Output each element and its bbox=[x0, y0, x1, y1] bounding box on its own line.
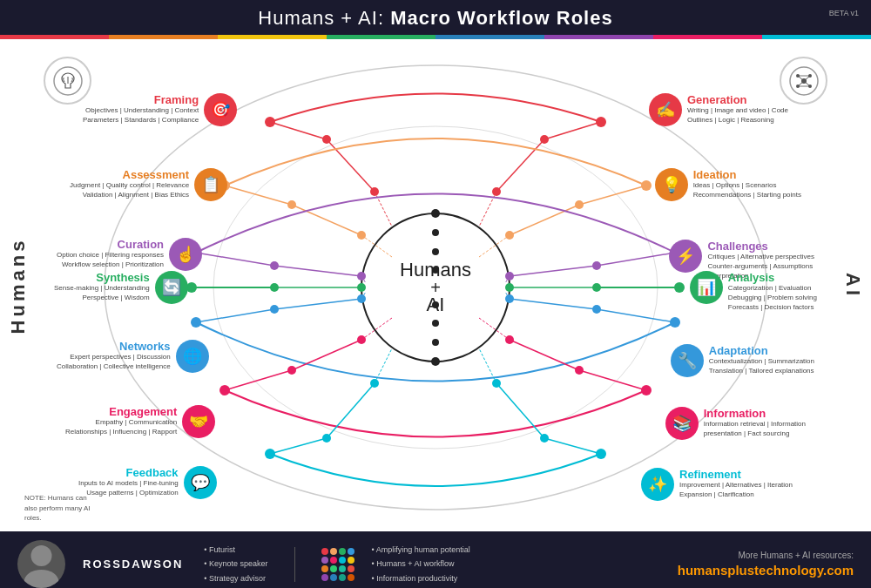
svg-line-87 bbox=[292, 340, 361, 370]
curation-text: Curation Option choice | Filtering respo… bbox=[57, 238, 164, 270]
svg-line-101 bbox=[544, 438, 601, 454]
svg-line-39 bbox=[292, 205, 361, 235]
engagement-label: Engagement bbox=[65, 405, 177, 418]
svg-line-53 bbox=[597, 253, 675, 266]
svg-line-29 bbox=[544, 122, 601, 139]
curation-role: ☝️ Curation Option choice | Filtering re… bbox=[57, 238, 202, 271]
information-label: Information bbox=[704, 407, 806, 420]
svg-line-51 bbox=[274, 266, 361, 276]
ideation-icon: 💡 bbox=[655, 168, 688, 201]
framing-text: Framing Objectives | Understanding | Con… bbox=[83, 93, 199, 125]
footer-divider bbox=[294, 547, 295, 582]
ideation-details: Ideas | Options | ScenariosRecommendatio… bbox=[693, 181, 801, 200]
svg-line-42 bbox=[510, 205, 579, 235]
generation-label: Generation bbox=[687, 93, 788, 106]
networks-details: Expert perspectives | DiscussionCollabor… bbox=[57, 353, 171, 372]
engagement-details: Empathy | CommunicationRelationships | I… bbox=[65, 418, 177, 437]
information-details: Information retrieval | Informationprese… bbox=[704, 420, 806, 439]
framing-details: Objectives | Understanding | ContextPara… bbox=[83, 106, 199, 125]
assessment-role: 📋 Assessment Judgment | Quality control … bbox=[70, 168, 227, 201]
analysis-label: Analysis bbox=[728, 271, 817, 284]
footer-name: ROSSDAWSON bbox=[83, 558, 183, 571]
svg-line-50 bbox=[196, 253, 274, 266]
svg-point-108 bbox=[432, 301, 439, 308]
svg-point-110 bbox=[432, 339, 439, 346]
title-bold: Macro Workflow Roles bbox=[390, 7, 613, 29]
beta-label: BETA v1 bbox=[829, 9, 859, 17]
svg-point-113 bbox=[24, 570, 59, 588]
footer-logo bbox=[321, 548, 354, 581]
information-role: 📚 Information Information retrieval | In… bbox=[665, 407, 806, 440]
networks-role: 🌐 Networks Expert perspectives | Discuss… bbox=[57, 340, 209, 373]
header: Humans + AI: Macro Workflow Roles BETA v… bbox=[0, 0, 871, 35]
title-normal: Humans + AI: bbox=[258, 7, 390, 29]
footer: ROSSDAWSON • Futurist • Keynote speaker … bbox=[0, 531, 871, 588]
svg-point-104 bbox=[431, 209, 440, 218]
analysis-role: 📊 Analysis Categorization | EvaluationDe… bbox=[690, 271, 817, 312]
challenges-icon: ⚡ bbox=[669, 240, 702, 273]
svg-line-74 bbox=[196, 309, 274, 322]
engagement-text: Engagement Empathy | CommunicationRelati… bbox=[65, 405, 177, 437]
refinement-icon: ✨ bbox=[641, 468, 674, 501]
svg-line-30 bbox=[496, 139, 544, 192]
svg-point-107 bbox=[432, 267, 439, 274]
svg-line-77 bbox=[597, 309, 675, 322]
generation-role: ✍️ Generation Writing | Image and video … bbox=[649, 93, 788, 126]
footer-avatar bbox=[17, 540, 65, 588]
synthesis-role: 🔄 Synthesis Sense-making | Understanding… bbox=[54, 271, 188, 304]
svg-point-105 bbox=[432, 229, 439, 236]
framing-label: Framing bbox=[83, 93, 199, 106]
synthesis-icon: 🔄 bbox=[155, 271, 188, 304]
framing-icon: 🎯 bbox=[204, 93, 237, 126]
footer-bullets: • Amplifying human potential • Humans + … bbox=[372, 543, 470, 585]
svg-point-106 bbox=[432, 248, 439, 255]
svg-line-90 bbox=[510, 340, 579, 370]
assessment-text: Assessment Judgment | Quality control | … bbox=[70, 168, 189, 200]
feedback-role: 💬 Feedback Inputs to AI models | Fine-tu… bbox=[78, 466, 217, 499]
svg-line-98 bbox=[270, 438, 327, 454]
svg-line-38 bbox=[225, 186, 292, 205]
generation-text: Generation Writing | Image and video | C… bbox=[687, 93, 788, 125]
networks-label: Networks bbox=[57, 340, 171, 353]
networks-icon: 🌐 bbox=[176, 340, 209, 373]
synthesis-text: Synthesis Sense-making | UnderstandingPe… bbox=[54, 271, 150, 303]
assessment-label: Assessment bbox=[70, 168, 189, 181]
adaptation-icon: 🔧 bbox=[671, 344, 704, 377]
engagement-icon: 🤝 bbox=[182, 405, 215, 438]
svg-point-112 bbox=[31, 545, 52, 566]
information-icon: 📚 bbox=[665, 407, 699, 440]
analysis-text: Analysis Categorization | EvaluationDebu… bbox=[728, 271, 817, 312]
svg-point-109 bbox=[432, 320, 439, 327]
svg-line-26 bbox=[270, 122, 327, 139]
analysis-icon: 📊 bbox=[690, 271, 723, 304]
svg-line-75 bbox=[274, 299, 361, 309]
footer-titles: • Futurist • Keynote speaker • Strategy … bbox=[204, 543, 267, 585]
svg-line-54 bbox=[510, 266, 597, 276]
svg-line-86 bbox=[225, 370, 292, 390]
page-title: Humans + AI: Macro Workflow Roles bbox=[0, 7, 871, 30]
ideation-role: 💡 Ideation Ideas | Options | ScenariosRe… bbox=[655, 168, 801, 201]
adaptation-details: Contextualization | SummarizationTransla… bbox=[709, 357, 814, 376]
assessment-details: Judgment | Quality control | RelevanceVa… bbox=[70, 181, 189, 200]
generation-details: Writing | Image and video | CodeOutlines… bbox=[687, 106, 788, 125]
feedback-label: Feedback bbox=[78, 466, 179, 479]
refinement-details: Improvement | Alternatives | IterationEx… bbox=[679, 481, 793, 500]
synthesis-details: Sense-making | UnderstandingPerspective … bbox=[54, 284, 150, 303]
adaptation-label: Adaptation bbox=[709, 344, 814, 357]
ideation-text: Ideation Ideas | Options | ScenariosReco… bbox=[693, 168, 801, 200]
footer-cta: More Humans + AI resources: humanspluste… bbox=[678, 551, 854, 578]
curation-details: Option choice | Filtering responsesWorkf… bbox=[57, 251, 164, 270]
challenges-label: Challenges bbox=[707, 240, 814, 253]
svg-line-78 bbox=[510, 299, 597, 309]
refinement-label: Refinement bbox=[679, 468, 793, 481]
svg-line-27 bbox=[327, 139, 375, 192]
information-text: Information Information retrieval | Info… bbox=[704, 407, 806, 439]
networks-text: Networks Expert perspectives | Discussio… bbox=[57, 340, 171, 372]
svg-line-41 bbox=[579, 186, 646, 205]
curation-label: Curation bbox=[57, 238, 164, 251]
adaptation-role: 🔧 Adaptation Contextualization | Summari… bbox=[671, 344, 814, 377]
engagement-role: 🤝 Engagement Empathy | CommunicationRela… bbox=[65, 405, 215, 438]
ideation-label: Ideation bbox=[693, 168, 801, 181]
note: NOTE: Humans can also perform many AI ro… bbox=[24, 493, 94, 523]
main-diagram: Humans AI bbox=[0, 39, 871, 531]
